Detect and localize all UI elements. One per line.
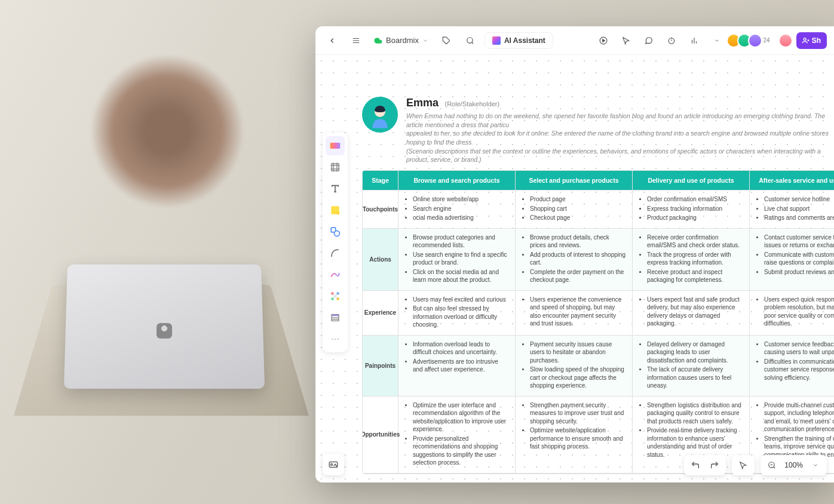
- table-cell: Online store website/appSearch engineoci…: [398, 190, 516, 229]
- persona-card: Emma (Role/Stakeholder) When Emma had no…: [362, 97, 834, 474]
- collaborator-avatars[interactable]: 24: [730, 33, 770, 48]
- svg-line-5: [472, 42, 474, 44]
- avatar: [748, 33, 762, 48]
- table-cell: Customer service hotlineLive chat suppor…: [750, 190, 834, 229]
- svg-point-37: [335, 339, 336, 340]
- file-name-text: Boardmix: [386, 36, 419, 45]
- table-cell: Browse product categories and recommende…: [398, 229, 516, 291]
- svg-point-4: [467, 37, 473, 42]
- tool-text[interactable]: [326, 179, 345, 198]
- table-header: Delivery and use of products: [633, 171, 750, 190]
- table-cell: Information overload leads to difficult …: [398, 336, 516, 397]
- search-button[interactable]: [461, 31, 480, 50]
- table-cell: Customer service feedback takes t causin…: [750, 336, 834, 397]
- svg-rect-18: [332, 164, 339, 171]
- table-cell: Receive order confirmation email/SMS and…: [633, 229, 750, 291]
- table-cell: Order confirmation email/SMSExpress trac…: [633, 190, 750, 229]
- tool-more[interactable]: [326, 330, 345, 349]
- table-cell: Product pageShopping cartCheckout page: [516, 190, 633, 229]
- pointer-button[interactable]: [617, 31, 636, 50]
- svg-marker-7: [602, 39, 605, 42]
- tool-note[interactable]: [326, 201, 345, 220]
- zoom-out-button[interactable]: [765, 459, 778, 472]
- cloud-icon: [374, 36, 382, 45]
- row-label: Actions: [363, 229, 398, 291]
- laptop-illustration: [64, 265, 265, 389]
- redo-button[interactable]: [708, 459, 721, 472]
- chart-button[interactable]: [685, 31, 704, 50]
- svg-point-42: [331, 464, 333, 466]
- svg-rect-17: [330, 143, 341, 149]
- table-header: Stage: [363, 171, 398, 190]
- table-header: Select and purchase products: [516, 171, 633, 190]
- undo-button[interactable]: [689, 459, 702, 472]
- table-cell: Payment security issues cause users to h…: [516, 336, 633, 397]
- table-cell: Delayed delivery or damaged packaging le…: [633, 336, 750, 397]
- back-button[interactable]: [323, 31, 342, 50]
- ai-assistant-label: AI Assistant: [504, 36, 545, 45]
- svg-point-14: [804, 38, 806, 40]
- persona-description: When Emma had nothing to do on the weeke…: [406, 112, 834, 164]
- persona-avatar: [362, 97, 398, 133]
- collaborator-count: 24: [764, 37, 770, 44]
- persona-name: Emma: [406, 97, 439, 109]
- app-window: Boardmix AI Assistant: [315, 26, 834, 483]
- tag-button[interactable]: [437, 31, 456, 50]
- ai-logo-icon: [492, 36, 501, 45]
- table-cell: Browse product details, check prices and…: [516, 229, 633, 291]
- file-name[interactable]: Boardmix: [370, 36, 432, 45]
- more-tools-button[interactable]: [707, 31, 726, 50]
- table-cell: Users may feel excited and curiousBut ca…: [398, 291, 516, 336]
- tool-mindmap[interactable]: [326, 287, 345, 306]
- share-icon: [802, 37, 810, 44]
- user-avatar[interactable]: [778, 33, 793, 48]
- play-button[interactable]: [594, 31, 613, 50]
- bottom-toolbar: 100%: [684, 455, 827, 475]
- svg-point-27: [335, 231, 340, 236]
- zoom-level: 100%: [784, 461, 803, 469]
- tool-connector[interactable]: [326, 244, 345, 263]
- table-cell: Contact customer service to resol issues…: [750, 229, 834, 291]
- tool-shape[interactable]: [326, 222, 345, 241]
- row-label: Experience: [363, 291, 398, 336]
- table-cell: Users experience the convenience and spe…: [516, 291, 633, 336]
- table-header: Browse and search products: [398, 171, 516, 190]
- row-label: Opportunities: [363, 397, 398, 474]
- svg-point-8: [669, 38, 674, 43]
- menu-button[interactable]: [347, 31, 366, 50]
- timer-button[interactable]: [662, 31, 681, 50]
- table-cell: Optimize the user interface and recommen…: [398, 397, 516, 474]
- table-cell: Strengthen payment security measures to …: [516, 397, 633, 474]
- persona-header: Emma (Role/Stakeholder) When Emma had no…: [362, 97, 834, 164]
- zoom-dropdown[interactable]: [809, 459, 822, 472]
- cursor-button[interactable]: [737, 459, 750, 472]
- canvas[interactable]: Emma (Role/Stakeholder) When Emma had no…: [315, 55, 834, 483]
- ai-assistant-button[interactable]: AI Assistant: [485, 32, 553, 49]
- top-toolbar: Boardmix AI Assistant: [315, 26, 834, 55]
- tool-sticky-note[interactable]: [326, 136, 345, 155]
- row-label: Touchpoints: [363, 190, 398, 229]
- left-toolbar: [323, 133, 348, 352]
- persona-role: (Role/Stakeholder): [444, 100, 499, 107]
- table-header: After-sales service and user feed: [750, 171, 834, 190]
- share-button[interactable]: Sh: [796, 32, 827, 49]
- tool-frame[interactable]: [326, 158, 345, 177]
- svg-line-44: [774, 467, 775, 469]
- share-label: Sh: [812, 36, 821, 45]
- right-toolbar: 24 Sh: [594, 31, 827, 50]
- tool-table[interactable]: [326, 308, 345, 327]
- table-cell: Users expect fast and safe product deliv…: [633, 291, 750, 336]
- svg-point-38: [338, 339, 339, 340]
- row-label: Painpoints: [363, 336, 398, 397]
- comment-button[interactable]: [639, 31, 658, 50]
- layers-button[interactable]: [323, 454, 344, 475]
- journey-map-table: StageBrowse and search productsSelect an…: [362, 170, 834, 474]
- table-cell: Users expect quick responses and problem…: [750, 291, 834, 336]
- chevron-down-icon: [422, 38, 428, 44]
- svg-point-36: [332, 339, 333, 340]
- tool-pen[interactable]: [326, 265, 345, 284]
